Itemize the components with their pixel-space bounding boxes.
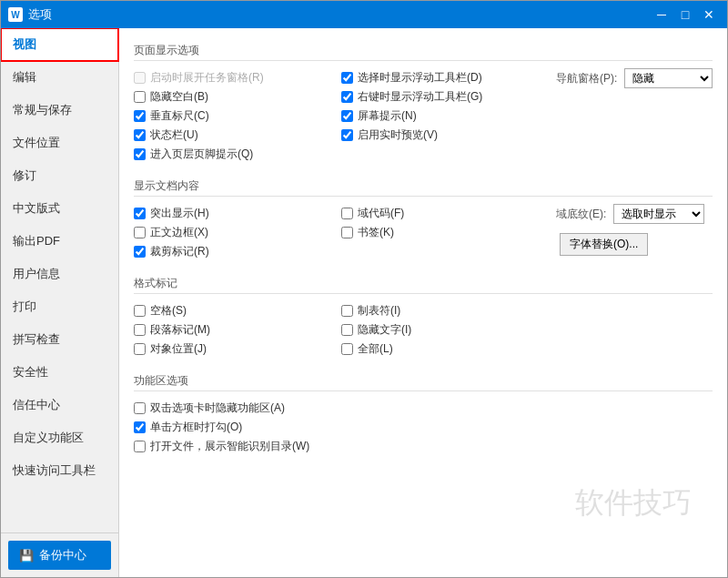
backup-center-button[interactable]: 💾 备份中心 bbox=[8, 541, 111, 570]
title-bar: W 选项 ─ □ ✕ bbox=[1, 1, 727, 28]
checkbox-vertical-ruler[interactable]: 垂直标尺(C) bbox=[134, 106, 341, 126]
checkbox-highlight-label: 突出显示(H) bbox=[150, 206, 209, 221]
checkbox-live-preview[interactable]: 启用实时预览(V) bbox=[341, 126, 549, 145]
function-area-body: 双击选项卡时隐藏功能区(A) 单击方框时打勾(O) 打开文件，展示智能识别目录(… bbox=[134, 399, 713, 456]
checkbox-tab[interactable]: 制表符(I) bbox=[341, 301, 549, 320]
sidebar-item-file-location[interactable]: 文件位置 bbox=[1, 127, 118, 159]
format-marks-spacer bbox=[549, 301, 713, 359]
checkbox-hidden-text-input[interactable] bbox=[341, 324, 353, 336]
sidebar-item-chinese-format[interactable]: 中文版式 bbox=[1, 192, 118, 225]
checkbox-crop-mark-input[interactable] bbox=[134, 246, 146, 258]
minimize-button[interactable]: ─ bbox=[651, 5, 672, 24]
window-title: 选项 bbox=[28, 6, 52, 23]
close-button[interactable]: ✕ bbox=[698, 5, 720, 24]
checkbox-field-code-input[interactable] bbox=[341, 208, 353, 219]
checkbox-hide-ribbon-input[interactable] bbox=[134, 402, 146, 414]
sidebar-item-output-pdf[interactable]: 输出PDF bbox=[1, 225, 118, 258]
checkbox-object-position[interactable]: 对象位置(J) bbox=[134, 340, 341, 359]
nav-pane-section: 导航窗格(P): 隐藏 显示 自动 bbox=[556, 68, 713, 88]
checkbox-vertical-ruler-label: 垂直标尺(C) bbox=[150, 108, 209, 124]
title-controls: ─ □ ✕ bbox=[651, 5, 720, 24]
checkbox-bookmark[interactable]: 书签(K) bbox=[341, 223, 549, 242]
display-content-body: 突出显示(H) 正文边框(X) 裁剪标记(R) bbox=[134, 204, 713, 261]
sidebar-item-user-info[interactable]: 用户信息 bbox=[1, 258, 118, 290]
checkbox-startup-taskpane-input[interactable] bbox=[134, 72, 146, 84]
page-display-left: 启动时展开任务窗格(R) 隐藏空白(B) 垂直标尺(C) bbox=[134, 68, 341, 164]
sidebar-bottom: 💾 备份中心 bbox=[1, 532, 118, 577]
sidebar-item-trust-center[interactable]: 信任中心 bbox=[1, 389, 118, 421]
domain-line-select[interactable]: 选取时显示 始终显示 不显示 bbox=[613, 204, 704, 224]
nav-pane-select[interactable]: 隐藏 显示 自动 bbox=[624, 68, 713, 88]
font-replace-button[interactable]: 字体替换(O)... bbox=[560, 233, 648, 256]
page-display-content: 启动时展开任务窗格(R) 隐藏空白(B) 垂直标尺(C) bbox=[134, 68, 713, 164]
sidebar-item-general-save[interactable]: 常规与保存 bbox=[1, 94, 118, 127]
checkbox-all-input[interactable] bbox=[341, 343, 353, 355]
checkbox-field-code[interactable]: 域代码(F) bbox=[341, 204, 549, 223]
checkbox-bookmark-label: 书签(K) bbox=[358, 225, 394, 240]
sidebar-item-spellcheck[interactable]: 拼写检查 bbox=[1, 323, 118, 356]
checkbox-space-input[interactable] bbox=[134, 305, 146, 317]
checkbox-hide-ribbon-label: 双击选项卡时隐藏功能区(A) bbox=[150, 401, 285, 416]
checkbox-float-toolbar-right-input[interactable] bbox=[341, 91, 353, 103]
maximize-button[interactable]: □ bbox=[674, 5, 696, 24]
checkbox-click-box-check[interactable]: 单击方框时打勾(O) bbox=[134, 418, 713, 437]
checkbox-header-footer-hint-label: 进入页层页脚提示(Q) bbox=[150, 147, 253, 162]
sidebar-item-edit[interactable]: 编辑 bbox=[1, 61, 118, 94]
options-window: W 选项 ─ □ ✕ 视图 编辑 常规与保存 文件位置 修订 bbox=[0, 0, 728, 578]
domain-line-column: 域底纹(E): 选取时显示 始终显示 不显示 字体替换(O)... bbox=[549, 204, 713, 261]
checkbox-paragraph-mark-input[interactable] bbox=[134, 324, 146, 336]
checkbox-crop-mark[interactable]: 裁剪标记(R) bbox=[134, 242, 341, 261]
display-content-right: 域代码(F) 书签(K) bbox=[341, 204, 549, 261]
checkbox-status-bar-input[interactable] bbox=[134, 129, 146, 141]
checkbox-highlight-input[interactable] bbox=[134, 208, 146, 219]
sidebar-item-security[interactable]: 安全性 bbox=[1, 356, 118, 389]
checkbox-text-border-input[interactable] bbox=[134, 227, 146, 238]
checkbox-float-toolbar-right-label: 右键时显示浮动工具栏(G) bbox=[358, 89, 482, 105]
domain-line-section: 域底纹(E): 选取时显示 始终显示 不显示 bbox=[556, 204, 713, 224]
checkbox-header-footer-hint-input[interactable] bbox=[134, 148, 146, 160]
function-area-title: 功能区选项 bbox=[134, 373, 713, 391]
checkbox-bookmark-input[interactable] bbox=[341, 227, 353, 238]
page-display-section: 页面显示选项 启动时展开任务窗格(R) 隐藏空白(B) bbox=[134, 43, 713, 164]
page-display-title: 页面显示选项 bbox=[134, 43, 713, 61]
sidebar-item-customize-ribbon[interactable]: 自定义功能区 bbox=[1, 421, 118, 454]
checkbox-click-box-check-input[interactable] bbox=[134, 421, 146, 433]
checkbox-tab-input[interactable] bbox=[341, 305, 353, 317]
sidebar-item-print[interactable]: 打印 bbox=[1, 290, 118, 323]
checkbox-float-toolbar-right[interactable]: 右键时显示浮动工具栏(G) bbox=[341, 87, 549, 106]
checkbox-startup-taskpane[interactable]: 启动时展开任务窗格(R) bbox=[134, 68, 341, 87]
checkbox-header-footer-hint[interactable]: 进入页层页脚提示(Q) bbox=[134, 145, 341, 164]
checkbox-live-preview-label: 启用实时预览(V) bbox=[358, 127, 438, 143]
title-bar-left: W 选项 bbox=[8, 6, 52, 23]
domain-line-label: 域底纹(E): bbox=[556, 207, 606, 222]
checkbox-vertical-ruler-input[interactable] bbox=[134, 110, 146, 122]
checkbox-open-smart-toc[interactable]: 打开文件，展示智能识别目录(W) bbox=[134, 437, 713, 456]
checkbox-screen-tip-input[interactable] bbox=[341, 110, 353, 122]
checkbox-float-toolbar-select-input[interactable] bbox=[341, 72, 353, 84]
checkbox-hidden-text[interactable]: 隐藏文字(I) bbox=[341, 320, 549, 340]
checkbox-screen-tip[interactable]: 屏幕提示(N) bbox=[341, 106, 549, 126]
sidebar-item-quick-access[interactable]: 快速访问工具栏 bbox=[1, 454, 118, 487]
checkbox-paragraph-mark-label: 段落标记(M) bbox=[150, 322, 210, 338]
sidebar-item-view[interactable]: 视图 bbox=[1, 28, 118, 61]
checkbox-hide-ribbon[interactable]: 双击选项卡时隐藏功能区(A) bbox=[134, 399, 713, 418]
checkbox-status-bar[interactable]: 状态栏(U) bbox=[134, 126, 341, 145]
checkbox-live-preview-input[interactable] bbox=[341, 129, 353, 141]
checkbox-click-box-check-label: 单击方框时打勾(O) bbox=[150, 420, 242, 435]
checkbox-float-toolbar-select[interactable]: 选择时显示浮动工具栏(D) bbox=[341, 68, 549, 87]
checkbox-text-border-label: 正文边框(X) bbox=[150, 225, 208, 240]
checkbox-paragraph-mark[interactable]: 段落标记(M) bbox=[134, 320, 341, 340]
checkbox-highlight[interactable]: 突出显示(H) bbox=[134, 204, 341, 223]
checkbox-tab-label: 制表符(I) bbox=[358, 303, 400, 319]
checkbox-object-position-input[interactable] bbox=[134, 343, 146, 355]
checkbox-all[interactable]: 全部(L) bbox=[341, 340, 549, 359]
checkbox-hide-whitespace[interactable]: 隐藏空白(B) bbox=[134, 87, 341, 106]
checkbox-space[interactable]: 空格(S) bbox=[134, 301, 341, 320]
sidebar-item-revision[interactable]: 修订 bbox=[1, 159, 118, 192]
checkbox-hide-whitespace-input[interactable] bbox=[134, 91, 146, 103]
content-area: 视图 编辑 常规与保存 文件位置 修订 中文版式 输出PDF 用户信息 bbox=[1, 28, 727, 577]
watermark: 软件技巧 bbox=[575, 483, 692, 523]
page-display-right: 选择时显示浮动工具栏(D) 右键时显示浮动工具栏(G) 屏幕提示(N) bbox=[341, 68, 549, 164]
checkbox-open-smart-toc-input[interactable] bbox=[134, 441, 146, 452]
checkbox-text-border[interactable]: 正文边框(X) bbox=[134, 223, 341, 242]
